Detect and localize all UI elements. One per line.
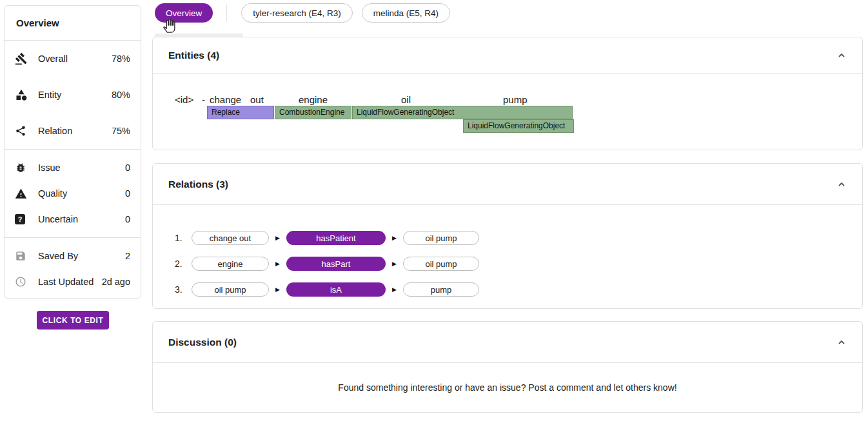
entity-span[interactable]: LiquidFlowGeneratingObject [352,106,573,119]
entity-annotation-area: <id> - change out engine oil pump Replac… [153,74,862,150]
relation-subject-pill[interactable]: change out [192,231,269,245]
stat-label: Quality [38,188,67,199]
relation-row: 2. engine ▶ hasPart ▶ oil pump [175,257,479,271]
stat-label: Last Updated [38,277,94,287]
relation-predicate-pill[interactable]: isA [286,282,386,297]
token: oil [401,94,411,105]
stat-label: Uncertain [38,214,78,224]
stat-label: Relation [38,126,72,136]
annotator-tabs: Overview tyler-research (E4, R3) melinda… [155,3,450,23]
token: pump [503,94,528,105]
clock-icon [15,275,30,288]
stat-value: 78% [112,54,130,64]
question-glyph: ? [15,214,25,224]
relation-row: 1. change out ▶ hasPatient ▶ oil pump [175,231,479,245]
score-section: Overall 78% Entity 80% Relation 75% [5,41,141,150]
stat-row-quality: Quality 0 [5,181,141,206]
stat-value: 2 [125,251,130,261]
warning-icon [15,187,30,200]
stat-value: 2d ago [102,277,130,287]
category-icon [15,88,30,101]
relation-subject-pill[interactable]: engine [192,257,269,271]
entities-header: Entities (4) [153,37,862,74]
stat-value: 0 [125,162,130,173]
arrow-right-icon: ▶ [269,261,286,267]
token: engine [299,94,328,105]
bug-icon [15,161,30,174]
token: out [250,94,264,105]
relation-number: 2. [175,259,192,269]
click-to-edit-button[interactable]: CLICK TO EDIT [37,311,109,330]
relation-object-pill[interactable]: pump [403,282,479,297]
collapse-chevron-icon[interactable] [836,337,847,348]
arrow-right-icon: ▶ [269,235,286,241]
tab-divider [226,5,227,21]
stat-value: 80% [112,90,130,100]
stat-row-last-updated: Last Updated 2d ago [5,269,141,295]
entity-span[interactable]: CombustionEngine [275,106,351,119]
discussion-body: Found something interesting or have an i… [153,363,862,412]
collapse-chevron-icon[interactable] [836,50,847,61]
entity-span[interactable]: Replace [207,106,274,119]
discussion-header: Discussion (0) [153,322,862,363]
arrow-right-icon: ▶ [269,286,286,293]
token: <id> [175,94,193,105]
discussion-empty-message: Found something interesting or have an i… [338,382,676,393]
entity-span[interactable]: LiquidFlowGeneratingObject [463,119,574,133]
stat-label: Entity [38,90,61,100]
relation-predicate-pill[interactable]: hasPart [286,257,386,271]
relation-predicate-pill[interactable]: hasPatient [286,231,386,245]
discussion-panel: Discussion (0) Found something interesti… [152,321,863,413]
stat-value: 0 [125,214,130,224]
stat-row-saved-by: Saved By 2 [5,243,141,269]
tab-overview[interactable]: Overview [155,3,213,23]
stat-row-relation: Relation 75% [5,113,141,149]
save-icon [15,250,30,262]
arrow-right-icon: ▶ [386,261,403,267]
relation-number: 1. [175,233,192,243]
arrow-right-icon: ▶ [386,286,403,293]
relations-list: 1. change out ▶ hasPatient ▶ oil pump 2.… [153,205,862,308]
share-icon [15,124,30,137]
relation-row: 3. oil pump ▶ isA ▶ pump [175,282,479,297]
entities-panel: Entities (4) <id> - change out engine oi… [152,37,863,150]
gavel-icon [15,52,30,65]
entities-title: Entities (4) [168,50,219,61]
stat-value: 0 [125,188,130,199]
stat-row-uncertain: ? Uncertain 0 [5,206,141,232]
tab-tyler-research[interactable]: tyler-research (E4, R3) [241,3,353,23]
token: - [202,94,205,105]
stat-label: Overall [38,54,68,64]
relation-object-pill[interactable]: oil pump [403,231,479,245]
token: change [210,94,241,105]
question-icon: ? [15,213,30,226]
stat-label: Saved By [38,251,78,261]
relations-title: Relations (3) [168,179,228,190]
relations-panel: Relations (3) 1. change out ▶ hasPatient… [152,163,863,309]
stat-row-overall: Overall 78% [5,41,141,77]
arrow-right-icon: ▶ [386,235,403,241]
stat-row-entity: Entity 80% [5,77,141,113]
stat-label: Issue [38,162,61,173]
tab-melinda[interactable]: melinda (E5, R4) [362,3,450,23]
flags-section: Issue 0 Quality 0 ? Uncertain 0 [5,150,141,238]
overview-summary-card: Overview Overall 78% Entity 80% Relation… [4,5,141,299]
discussion-title: Discussion (0) [168,337,237,348]
relation-subject-pill[interactable]: oil pump [192,282,269,297]
stat-row-issue: Issue 0 [5,155,141,181]
relation-number: 3. [175,284,192,295]
relations-header: Relations (3) [153,164,862,205]
stat-value: 75% [112,126,130,136]
collapse-chevron-icon[interactable] [836,179,847,190]
meta-section: Saved By 2 Last Updated 2d ago [5,238,141,300]
relation-object-pill[interactable]: oil pump [403,257,479,271]
sidebar-title: Overview [5,6,141,41]
